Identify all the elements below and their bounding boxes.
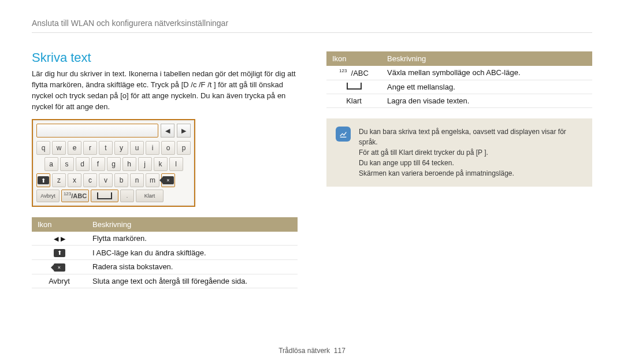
table-row: Ange ett mellanslag. [326,80,592,94]
key-f[interactable]: f [91,157,105,171]
key-u[interactable]: u [130,141,144,155]
breadcrumb: Ansluta till WLAN och konﬁgurera nätverk… [32,18,592,33]
table-row: × Radera sista bokstaven. [32,259,298,274]
key-period[interactable]: . [120,190,134,202]
backspace-icon: × [162,176,174,184]
cell-desc: Växla mellan symbolläge och ABC-läge. [381,66,592,80]
key-g[interactable]: g [107,157,121,171]
page-footer: Trådlösa nätverk 117 [0,347,624,355]
key-abc-toggle[interactable]: 123/ABC [61,190,89,202]
key-p[interactable]: p [177,141,191,155]
key-y[interactable]: y [114,141,128,155]
cell-desc: Radera sista bokstaven. [87,259,298,274]
icon-table-right: Ikon Beskrivning 123 /ABC Växla mellan s… [326,51,592,108]
table-row: Avbryt Sluta ange text och återgå till f… [32,274,298,288]
key-e[interactable]: e [68,141,81,155]
space-icon [347,83,362,90]
footer-page: 117 [334,347,346,355]
space-icon [97,192,112,199]
key-z[interactable]: z [52,173,66,187]
key-cancel[interactable]: Avbryt [36,190,60,202]
table-row: Klart Lagra den visade texten. [326,94,592,107]
key-q[interactable]: q [36,141,50,155]
cell-icon-text: Klart [326,94,381,107]
note-line: För att gå till Klart direkt trycker du … [359,147,583,158]
key-l[interactable]: l [169,157,183,171]
backspace-icon: × [54,263,65,272]
icon-table-left: Ikon Beskrivning ◀▶ Flytta markören. ⬆ I… [32,217,298,288]
key-s[interactable]: s [60,157,74,171]
table-row: ⬆ I ABC-läge kan du ändra skiftläge. [32,246,298,260]
key-t[interactable]: t [99,141,113,155]
triangle-left-icon: ◀ [165,127,170,135]
section-title: Skriva text [32,50,298,65]
th-icon: Ikon [32,217,87,232]
key-b[interactable]: b [114,173,128,187]
cursor-right-button[interactable]: ▶ [177,124,191,138]
cell-desc: Lagra den visade texten. [381,94,592,107]
cell-icon-text: Avbryt [32,274,87,288]
note-line: Skärmen kan variera beroende på inmatnin… [359,168,583,179]
key-r[interactable]: r [83,141,97,155]
note-box: Du kan bara skriva text på engelska, oav… [326,118,592,187]
cursor-left-button[interactable]: ◀ [161,124,174,138]
key-x[interactable]: x [68,173,81,187]
key-space[interactable] [91,190,118,202]
th-desc: Beskrivning [87,217,298,232]
key-a[interactable]: a [44,157,58,171]
note-icon [336,127,351,142]
cell-desc: Sluta ange text och återgå till föregåen… [87,274,298,288]
intro-text: Lär dig hur du skriver in text. Ikonerna… [32,69,298,112]
key-k[interactable]: k [154,157,168,171]
abc-icon: 123/ABC [64,192,87,199]
key-h[interactable]: h [122,157,136,171]
note-line: Du kan bara skriva text på engelska, oav… [359,127,583,147]
onscreen-keyboard: ◀ ▶ q w e r t y u i o p a s [32,119,195,207]
key-d[interactable]: d [76,157,90,171]
table-row: 123 /ABC Växla mellan symbolläge och ABC… [326,66,592,80]
key-j[interactable]: j [138,157,152,171]
key-o[interactable]: o [161,141,175,155]
key-m[interactable]: m [146,173,159,187]
cursor-arrows-icon: ◀▶ [54,235,65,243]
key-c[interactable]: c [83,173,97,187]
key-backspace[interactable]: × [161,173,175,187]
key-shift[interactable]: ⬆ [36,173,50,187]
shift-icon: ⬆ [54,249,65,257]
key-v[interactable]: v [99,173,113,187]
table-row: ◀▶ Flytta markören. [32,232,298,246]
th-icon: Ikon [326,51,381,66]
key-done[interactable]: Klart [136,190,164,202]
abc-toggle-icon: 123 /ABC [339,69,369,77]
key-w[interactable]: w [52,141,66,155]
key-n[interactable]: n [130,173,144,187]
note-line: Du kan ange upp till 64 tecken. [359,158,583,168]
cell-desc: I ABC-läge kan du ändra skiftläge. [87,246,298,260]
keyboard-textfield[interactable] [36,124,158,138]
cell-desc: Flytta markören. [87,232,298,246]
cell-desc: Ange ett mellanslag. [381,80,592,94]
footer-label: Trådlösa nätverk [278,347,330,355]
th-desc: Beskrivning [381,51,592,66]
triangle-right-icon: ▶ [181,127,186,135]
shift-icon: ⬆ [38,176,49,184]
key-i[interactable]: i [146,141,159,155]
